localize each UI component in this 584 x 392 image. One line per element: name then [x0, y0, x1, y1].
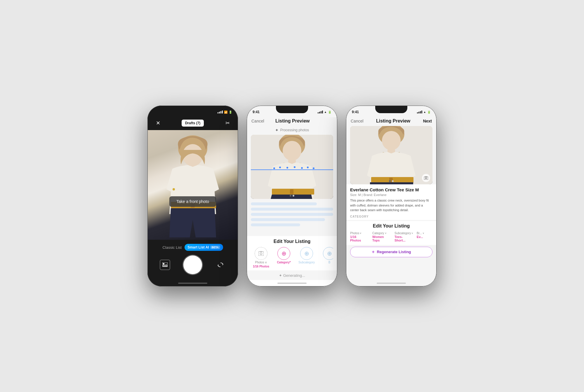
svg-rect-22 [258, 252, 264, 256]
camera-header: ✕ Drafts (7) ✂ [147, 117, 238, 130]
scissors-button[interactable]: ✂ [223, 118, 232, 128]
edit-tab-subcategory[interactable]: ⊕ Subcategory [296, 247, 317, 268]
svg-point-20 [307, 167, 309, 168]
home-indicator-3 [346, 280, 437, 286]
classic-list-label[interactable]: Classic List [162, 245, 182, 250]
edit-tab-b[interactable]: ⊕ B [319, 247, 333, 268]
regen-star-icon: ✦ [371, 250, 375, 254]
camera-viewfinder: Take a front photo [147, 130, 238, 240]
drafts-button[interactable]: Drafts (7) [182, 120, 204, 127]
photos-count: 1/16 Photos [253, 265, 269, 268]
phone-processing: 9:41 ▲ 🔋 Cancel Listing Previ [247, 106, 337, 286]
photos-tab-icon [255, 247, 267, 260]
svg-rect-31 [424, 177, 428, 180]
home-bar-3 [377, 283, 406, 284]
skeleton-line-1 [251, 202, 317, 205]
chevron-photos: ∨ [360, 232, 361, 235]
flip-camera-button[interactable] [215, 260, 226, 270]
home-bar [178, 283, 207, 284]
svg-point-10 [283, 141, 301, 161]
edit-tab3-brand[interactable]: Br... ∨ Ev... [417, 232, 432, 242]
skeleton-line-5 [251, 223, 300, 226]
edit-tab3-photos[interactable]: Photos ∨ 1/16 Photos [350, 232, 368, 242]
dot-active [290, 195, 291, 197]
edit-listing-section-2: Edit Your Listing Photos ∨ [247, 236, 337, 270]
b-tab-icon: ⊕ [323, 247, 333, 260]
chevron-subcategory: ∨ [411, 232, 413, 235]
next-button[interactable]: Next [423, 119, 432, 123]
edit-tab3-subcategory[interactable]: Subcategory ∨ Tees- Short... [394, 232, 412, 242]
edit-tab-category[interactable]: ⊕ Category* [274, 247, 294, 268]
listing-title: Everlane Cotton Crew Tee Size M [350, 187, 432, 192]
dot-inactive-3 [392, 180, 394, 182]
chevron-brand: ∨ [423, 232, 424, 235]
svg-point-17 [286, 167, 288, 169]
subcategory-tab-label: Subcategory [298, 261, 315, 264]
regenerate-label: Regenerate Listing [377, 250, 411, 254]
subcategory-tab-icon: ⊕ [300, 247, 313, 260]
listing-mode-selector: Classic List Smart List AI BETA [153, 244, 232, 251]
shutter-button[interactable] [183, 256, 202, 274]
svg-point-19 [301, 167, 303, 169]
cancel-button-3[interactable]: Cancel [351, 119, 364, 123]
edit-tab-photos[interactable]: Photos ∨ 1/16 Photos [251, 247, 271, 268]
listing-photo-2 [251, 135, 333, 199]
home-indicator-1 [147, 280, 238, 286]
edit-listing-title-2: Edit Your Listing [251, 239, 333, 244]
status-icons-2: ▲ 🔋 [318, 111, 331, 114]
listing-image-2 [251, 135, 333, 199]
camera-controls [153, 256, 232, 274]
edit-listing-title-3: Edit Your Listing [350, 223, 432, 229]
svg-point-4 [173, 188, 175, 190]
front-photo-label: Take a front photo [169, 196, 216, 207]
listing-description: This piece offers a classic crew neck, o… [350, 198, 432, 213]
skeleton-section [247, 199, 337, 236]
chevron-category: ∨ [385, 232, 387, 235]
edit-listing-section-3: Edit Your Listing Photos ∨ 1/16 Photos [346, 221, 437, 245]
listing-preview-title-2: Listing Preview [275, 118, 310, 124]
processing-label: Processing photos [280, 128, 309, 132]
cancel-button-2[interactable]: Cancel [251, 119, 264, 123]
category-tab-label: Category* [277, 261, 291, 264]
brand-tab3-label: Br... ∨ [417, 232, 432, 235]
time-3: 9:41 [352, 110, 359, 114]
time-2: 9:41 [253, 110, 260, 114]
status-icons-1: 📶 🔋 [218, 111, 232, 114]
b-tab-label: B [328, 261, 331, 264]
gallery-button[interactable] [160, 260, 170, 270]
category-section-label: CATEGORY [350, 215, 432, 218]
image-dots-3 [389, 180, 394, 182]
regenerate-button[interactable]: ✦ Regenerate Listing [350, 247, 432, 257]
nav-bar-2: Cancel Listing Preview [247, 117, 337, 126]
svg-point-15 [273, 167, 275, 169]
photos-tab-label: Photos ∨ [255, 261, 267, 264]
svg-point-23 [260, 253, 262, 255]
dot-inactive [293, 195, 294, 197]
close-button[interactable]: ✕ [153, 118, 163, 128]
person-illustration-2 [251, 135, 333, 199]
svg-point-21 [313, 167, 314, 169]
svg-point-16 [279, 167, 281, 168]
status-icons-3: ▲ 🔋 [417, 111, 431, 114]
nav-bar-3: Cancel Listing Preview Next [346, 117, 437, 126]
viewfinder-image [147, 130, 238, 240]
notch-2 [276, 106, 308, 113]
listing-image-3 [350, 126, 432, 184]
listing-preview-title-3: Listing Preview [376, 118, 410, 124]
photos-tab3-label: Photos ∨ [350, 232, 368, 235]
edit-tabs-2: Photos ∨ 1/16 Photos ⊕ Category* [251, 247, 333, 270]
category-tab3-value: Women Tops [372, 235, 390, 242]
svg-rect-30 [370, 182, 413, 184]
beta-tag: BETA [210, 246, 220, 249]
listing-photo-3 [350, 126, 432, 184]
dot-active-3 [389, 180, 391, 182]
time-1 [153, 110, 154, 114]
person-illustration-3 [350, 126, 432, 184]
listing-details: Everlane Cotton Crew Tee Size M Size: M … [346, 184, 437, 220]
svg-point-32 [425, 178, 427, 179]
generating-label: ✦ Generating... [279, 273, 305, 278]
smart-list-badge[interactable]: Smart List AI BETA [185, 244, 223, 251]
camera-overlay-button[interactable] [422, 174, 430, 182]
camera-bottom: Classic List Smart List AI BETA [147, 240, 238, 280]
edit-tab3-category[interactable]: Category ∨ Women Tops [372, 232, 390, 242]
